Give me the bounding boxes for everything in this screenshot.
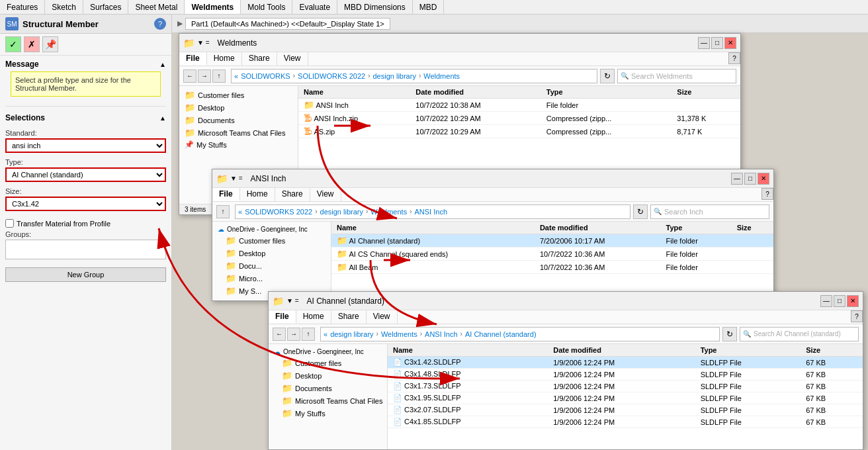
ai-tab-share[interactable]: Share (331, 310, 367, 324)
sidebar-mystuffs-3[interactable]: 📁 My Stuffs (269, 407, 387, 420)
col-name-1[interactable]: Name (298, 86, 410, 99)
tab-evaluate[interactable]: Evaluate (292, 0, 337, 14)
ansi-tab-share[interactable]: Share (275, 188, 310, 201)
ansi-tab-view[interactable]: View (310, 188, 341, 201)
weldments-close[interactable]: ✕ (724, 37, 736, 49)
sidebar-teams-1[interactable]: 📁 Microsoft Teams Chat Files (179, 126, 298, 139)
col-date-1[interactable]: Date modified (410, 86, 541, 99)
ai-search[interactable]: 🔍 Search AI Channel (standard) (740, 327, 859, 341)
table-row[interactable]: 📄 C3x2.07.SLDLFP 1/9/2006 12:24 PM SLDLF… (388, 404, 863, 416)
ai-maximize[interactable]: □ (834, 295, 846, 307)
sidebar-teams-3[interactable]: 📁 Microsoft Teams Chat Files (269, 394, 387, 407)
table-row[interactable]: 📄 C3x1.73.SLDLFP 1/9/2006 12:24 PM SLDLF… (388, 381, 863, 392)
table-row[interactable]: 📁 All Beam 10/7/2022 10:36 AM File folde… (331, 261, 773, 274)
weldments-tab-home[interactable]: Home (207, 52, 242, 66)
table-row[interactable]: 📁 AI CS Channel (squared ends) 10/7/2022… (331, 248, 773, 261)
sidebar-documents-1[interactable]: 📁 Documents (179, 114, 298, 126)
sidebar-desktop-1[interactable]: 📁 Desktop (179, 101, 298, 114)
sidebar-docu-2[interactable]: 📁 Docu... (212, 259, 331, 272)
sidebar-documents-3[interactable]: 📁 Documents (269, 382, 387, 394)
col-name-2[interactable]: Name (331, 222, 535, 234)
col-type-2[interactable]: Type (661, 222, 732, 234)
table-row[interactable]: 📄 C3x1.42.SLDLFP 1/9/2006 12:24 PM SLDLF… (388, 357, 863, 369)
table-row[interactable]: 📁 AI Channel (standard) 7/20/2006 10:17 … (331, 234, 773, 248)
ai-tab-view[interactable]: View (367, 310, 398, 324)
col-size-3[interactable]: Size (801, 344, 863, 357)
table-row[interactable]: 📄 C3x1.48.SLDLFP 1/9/2006 12:24 PM SLDLF… (388, 369, 863, 381)
help-button[interactable]: ? (154, 18, 166, 30)
ansi-tab-home[interactable]: Home (240, 188, 275, 201)
ai-forward[interactable]: → (287, 328, 300, 341)
weldments-refresh[interactable]: ↻ (600, 69, 615, 83)
sidebar-mystuffs-1[interactable]: 📌 My Stuffs (179, 139, 298, 150)
col-name-3[interactable]: Name (388, 344, 548, 357)
ansi-address[interactable]: « SOLIDWORKS 2022 › design library › Wel… (235, 204, 630, 219)
sidebar-micro-2[interactable]: 📁 Micro... (212, 272, 331, 285)
type-select[interactable]: AI Channel (standard) (5, 167, 166, 182)
weldments-back[interactable]: ← (183, 69, 196, 83)
ai-minimize[interactable]: — (820, 295, 832, 307)
tab-features[interactable]: Features (0, 0, 45, 14)
pin-button[interactable]: 📌 (42, 36, 58, 52)
table-row[interactable]: 🗜 AS.zip 10/7/2022 10:29 AM Compressed (… (298, 125, 740, 138)
tab-mbd-dimensions[interactable]: MBD Dimensions (337, 0, 413, 14)
tab-sheet-metal[interactable]: Sheet Metal (128, 0, 185, 14)
ai-tab-home[interactable]: Home (296, 310, 331, 324)
col-date-2[interactable]: Date modified (535, 222, 661, 234)
confirm-button[interactable]: ✓ (5, 36, 21, 52)
ai-tab-file[interactable]: File (269, 310, 296, 324)
tab-mbd[interactable]: MBD (413, 0, 445, 14)
table-row[interactable]: 📄 C3x1.95.SLDLFP 1/9/2006 12:24 PM SLDLF… (388, 392, 863, 404)
tab-mold-tools[interactable]: Mold Tools (241, 0, 292, 14)
ansi-tab-file[interactable]: File (212, 188, 240, 201)
selections-collapse[interactable]: ▲ (159, 114, 166, 122)
table-row[interactable]: 📄 C4x1.85.SLDLFP 1/9/2006 12:24 PM SLDLF… (388, 416, 863, 428)
ansi-up[interactable]: ↑ (216, 205, 230, 218)
tab-sketch[interactable]: Sketch (45, 0, 83, 14)
size-select[interactable]: C3x1.42 (5, 197, 166, 211)
col-type-3[interactable]: Type (695, 344, 801, 357)
weldments-tab-share[interactable]: Share (242, 52, 277, 66)
table-row[interactable]: 🗜 ANSI Inch.zip 10/7/2022 10:29 AM Compr… (298, 112, 740, 125)
weldments-tab-view[interactable]: View (277, 52, 308, 66)
ai-address[interactable]: « design library › Weldments › ANSI Inch… (320, 327, 720, 341)
ansi-maximize[interactable]: □ (744, 173, 756, 185)
weldments-forward[interactable]: → (198, 69, 211, 83)
weldments-help[interactable]: ? (728, 52, 740, 64)
col-size-2[interactable]: Size (732, 222, 773, 234)
weldments-minimize[interactable]: — (698, 37, 710, 49)
weldments-tab-file[interactable]: File (179, 52, 207, 66)
ai-help[interactable]: ? (851, 310, 863, 322)
table-row[interactable]: 📁 ANSI Inch 10/7/2022 10:38 AM File fold… (298, 99, 740, 112)
transfer-material-checkbox[interactable] (5, 219, 14, 228)
ai-refresh[interactable]: ↻ (722, 327, 737, 341)
ansi-search[interactable]: 🔍 Search Inch (650, 204, 769, 219)
weldments-address[interactable]: « SOLIDWORKS › SOLIDWORKS 2022 › design … (231, 69, 597, 83)
cancel-button[interactable]: ✗ (24, 36, 40, 52)
ansi-minimize[interactable]: — (731, 173, 743, 185)
sidebar-onedrive-3[interactable]: ☁ OneDrive - Goengineer, Inc (269, 347, 387, 357)
sidebar-customer-files-3[interactable]: 📁 Customer files (269, 357, 387, 369)
tab-surfaces[interactable]: Surfaces (83, 0, 128, 14)
ansi-refresh[interactable]: ↻ (633, 204, 648, 219)
new-group-button[interactable]: New Group (5, 267, 166, 282)
sidebar-onedrive-2[interactable]: ☁ OneDrive - Goengineer, Inc (212, 224, 331, 234)
tab-weldments[interactable]: Weldments (185, 0, 241, 14)
sidebar-desktop-3[interactable]: 📁 Desktop (269, 369, 387, 382)
standard-select[interactable]: ansi inch (5, 138, 166, 153)
ansi-close[interactable]: ✕ (758, 173, 769, 185)
col-date-3[interactable]: Date modified (548, 344, 695, 357)
col-size-1[interactable]: Size (672, 86, 740, 99)
sidebar-desktop-2[interactable]: 📁 Desktop (212, 247, 331, 259)
message-collapse[interactable]: ▲ (159, 61, 166, 68)
ai-close[interactable]: ✕ (847, 295, 859, 307)
weldments-search[interactable]: 🔍 Search Weldments (617, 69, 736, 83)
sidebar-customer-files-1[interactable]: 📁 Customer files (179, 89, 298, 101)
col-type-1[interactable]: Type (541, 86, 672, 99)
ai-up[interactable]: ↑ (302, 328, 315, 341)
weldments-maximize[interactable]: □ (711, 37, 723, 49)
ai-back[interactable]: ← (273, 328, 286, 341)
ansi-help[interactable]: ? (761, 188, 773, 200)
sidebar-customer-files-2[interactable]: 📁 Customer files (212, 234, 331, 247)
weldments-up[interactable]: ↑ (212, 69, 226, 83)
